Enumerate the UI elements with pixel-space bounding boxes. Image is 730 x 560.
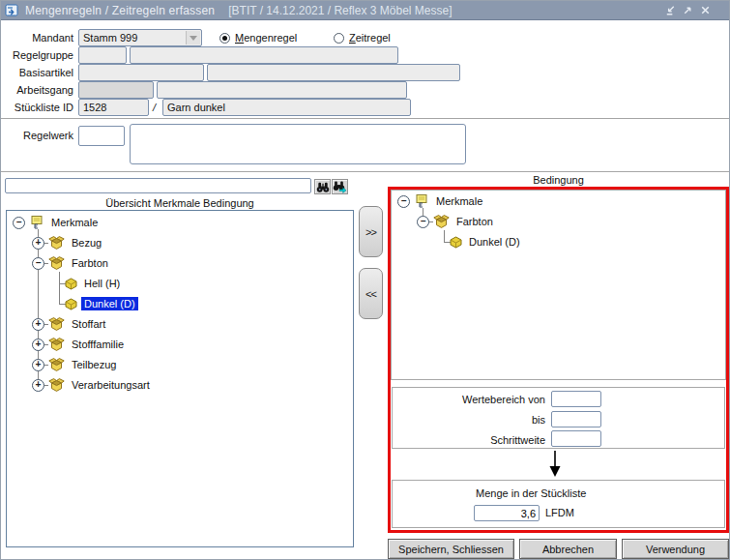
tree-node-bezug[interactable]: + Bezug	[32, 234, 104, 251]
open-box-icon	[48, 377, 65, 393]
open-box-icon	[48, 316, 65, 332]
arbeitsgang-name-field[interactable]	[157, 81, 407, 99]
wertebereich-bis-field[interactable]	[551, 411, 601, 427]
remove-from-condition-button[interactable]: <<	[359, 268, 383, 319]
tree-line	[444, 230, 445, 242]
menge-field[interactable]	[474, 505, 540, 521]
move-to-condition-button[interactable]: >>	[359, 206, 383, 257]
window-title-context: [BTIT / 14.12.2021 / Reflex 3 Möbel Mess…	[228, 4, 452, 17]
binoculars-next-icon	[333, 180, 347, 193]
app-icon	[5, 3, 19, 17]
tree-node-merkmale[interactable]: − Merkmale	[13, 214, 101, 231]
separator	[1, 118, 730, 120]
expand-toggle-icon[interactable]: +	[32, 237, 44, 250]
regelwerk-text-area[interactable]	[130, 124, 466, 164]
chevron-down-icon	[186, 31, 200, 44]
wertebereich-von-field[interactable]	[551, 391, 601, 407]
merkmale-overview-panel: − Merkmale + Bezug −	[6, 210, 354, 547]
tree-node-stoffart[interactable]: + Stoffart	[32, 315, 108, 333]
tree-node-farbton[interactable]: − Farbton	[32, 254, 111, 272]
expand-toggle-icon[interactable]: +	[32, 359, 44, 371]
basisartikel-code-field[interactable]	[78, 64, 204, 81]
regelgruppe-name-field[interactable]	[130, 46, 398, 64]
maximize-icon[interactable]	[681, 3, 694, 16]
condition-tree-box: − Merkmale −	[391, 190, 726, 380]
wertebereich-von-label: Wertebereich von	[393, 392, 545, 408]
schrittweite-label: Schrittweite	[393, 432, 545, 449]
close-icon[interactable]	[698, 3, 712, 16]
open-box-icon	[48, 255, 65, 271]
search-input[interactable]	[5, 178, 311, 193]
collapse-toggle-icon[interactable]: −	[417, 216, 429, 228]
arrow-down-icon	[547, 451, 563, 478]
condition-panel-title: Bedingung	[388, 174, 729, 186]
restore-down-icon[interactable]	[663, 3, 677, 16]
app-window: Mengenregeln / Zeitregeln erfassen [BTIT…	[0, 0, 730, 560]
open-box-icon	[48, 235, 65, 251]
radio-selected-icon	[219, 33, 230, 44]
radio-zeitregel-label: Zeitregel	[349, 32, 391, 44]
tree-node-label: Farbton	[453, 215, 496, 228]
title-bar: Mengenregeln / Zeitregeln erfassen [BTIT…	[1, 1, 729, 20]
regelgruppe-code-field[interactable]	[78, 46, 127, 64]
mandant-value: Stamm 999	[83, 32, 137, 44]
collapse-toggle-icon[interactable]: −	[397, 195, 410, 208]
expand-toggle-icon[interactable]: +	[32, 318, 44, 331]
separator	[1, 171, 730, 173]
cube-icon	[65, 298, 77, 310]
arbeitsgang-code-field[interactable]	[78, 81, 154, 99]
expand-toggle-icon[interactable]: +	[32, 339, 44, 351]
tree-node-merkmale[interactable]: − Merkmale	[397, 192, 485, 210]
tree-node-label: Farbton	[69, 256, 111, 270]
basisartikel-label: Basisartikel	[1, 64, 73, 81]
tree-node-dunkel[interactable]: Dunkel (D)	[65, 295, 138, 312]
mandant-label: Mandant	[1, 29, 73, 46]
regelgruppe-label: Regelgruppe	[1, 46, 73, 64]
menge-label: Menge in der Stückliste	[476, 487, 586, 499]
radio-mengenregel[interactable]: Mengenregel	[219, 32, 297, 44]
cube-icon	[450, 236, 462, 249]
collapse-toggle-icon[interactable]: −	[32, 257, 44, 270]
expand-toggle-icon[interactable]: +	[32, 379, 44, 392]
tree-line	[59, 272, 60, 304]
menge-unit-label: LFDM	[545, 507, 574, 518]
regelwerk-code-field[interactable]	[78, 126, 125, 146]
tree-node-dunkel[interactable]: Dunkel (D)	[450, 233, 523, 251]
cube-icon	[65, 278, 77, 290]
tree-node-stofffamilie[interactable]: + Stofffamilie	[32, 336, 127, 353]
tree-node-farbton[interactable]: − Farbton	[417, 213, 496, 230]
tree-node-label: Dunkel (D)	[466, 235, 523, 249]
menge-box: Menge in der Stückliste LFDM	[392, 480, 725, 528]
usage-button[interactable]: Verwendung	[622, 539, 729, 559]
tree-node-label: Merkmale	[433, 194, 485, 208]
stueckliste-separator: /	[153, 99, 156, 116]
open-box-icon	[433, 214, 450, 229]
tree-node-teilbezug[interactable]: + Teilbezug	[32, 356, 119, 373]
tree-node-label: Merkmale	[48, 216, 101, 229]
open-box-icon	[48, 337, 65, 352]
arbeitsgang-label: Arbeitsgang	[1, 81, 73, 99]
radio-zeitregel[interactable]: Zeitregel	[334, 32, 391, 44]
stueckliste-id-field[interactable]	[78, 99, 149, 116]
basisartikel-name-field[interactable]	[207, 64, 460, 81]
schrittweite-field[interactable]	[551, 430, 601, 447]
mandant-combobox[interactable]: Stamm 999	[78, 29, 202, 46]
merkmale-root-icon	[414, 193, 429, 209]
search-next-button[interactable]	[332, 179, 348, 194]
cancel-button[interactable]: Abbrechen	[519, 539, 617, 559]
tree-node-label: Teilbezug	[69, 358, 119, 371]
regelwerk-label: Regelwerk	[1, 127, 73, 144]
tree-node-hell[interactable]: Hell (H)	[65, 275, 123, 292]
search-button[interactable]	[314, 179, 331, 194]
stueckliste-name-field[interactable]	[162, 99, 411, 116]
collapse-toggle-icon[interactable]: −	[13, 217, 25, 229]
tree-node-label: Bezug	[69, 236, 104, 250]
tree-node-label: Stofffamilie	[69, 338, 127, 351]
radio-unselected-icon	[334, 33, 344, 44]
merkmale-tree: − Merkmale + Bezug −	[7, 211, 353, 546]
tree-node-label: Verarbeitungsart	[69, 378, 153, 392]
stueckliste-label: Stückliste ID	[1, 99, 73, 116]
tree-node-verarbeitungsart[interactable]: + Verarbeitungsart	[32, 376, 153, 394]
condition-panel: − Merkmale −	[388, 187, 729, 533]
save-close-button[interactable]: Speichern, Schliessen	[388, 539, 514, 559]
